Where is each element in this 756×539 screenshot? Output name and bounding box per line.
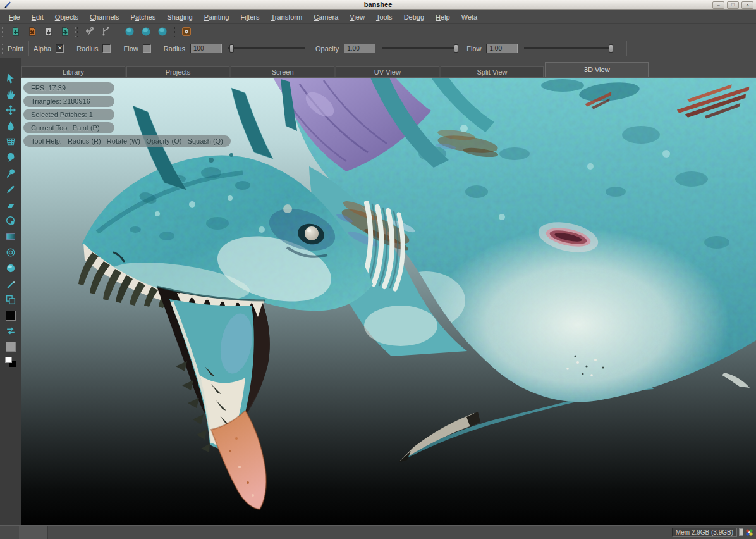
menu-camera[interactable]: Camera [308,11,344,23]
hud-fps: FPS: 17.39 [23,82,114,94]
pan-tool-icon[interactable] [3,87,18,102]
view-tab-bar: LibraryProjectsScreenUV ViewSplit View3D… [21,58,650,77]
maximize-button[interactable]: □ [727,1,739,9]
flow-field[interactable]: 1.00 [486,44,518,53]
separator [626,41,627,56]
paint-brush-tool-icon[interactable] [3,182,18,197]
warp-grid-tool-icon[interactable] [3,134,18,149]
menu-file[interactable]: File [3,11,26,23]
shading-sphere-basic-icon[interactable] [140,26,152,37]
radius-slider[interactable] [228,47,305,49]
close-button[interactable]: × [741,1,753,9]
main-toolbar [0,24,756,39]
viewport-hud: FPS: 17.39Triangles: 2180916Selected Pat… [23,82,231,149]
flow-checkbox[interactable] [143,44,151,53]
close-project-icon[interactable] [27,26,38,37]
toolbar-grip[interactable] [2,27,4,37]
blur-tool-icon[interactable] [3,118,18,133]
window-titlebar[interactable]: banshee –□× [0,0,756,10]
copy-patch-tool-icon[interactable] [3,292,18,307]
hud-current-tool: Current Tool: Paint (P) [23,122,114,133]
menu-help[interactable]: Help [430,11,456,23]
sphere-brush-tool-icon[interactable] [3,261,18,276]
separator [28,41,29,56]
flow-slider-handle[interactable] [609,44,613,53]
menu-patches[interactable]: Patches [125,11,162,23]
menu-shading[interactable]: Shading [161,11,198,23]
opacity-slider[interactable] [382,47,456,49]
export-project-icon[interactable] [59,26,71,37]
tab-library[interactable]: Library [21,66,125,77]
menu-weta[interactable]: Weta [456,11,483,23]
radius-checkbox[interactable] [102,44,111,53]
menu-painting[interactable]: Painting [198,11,235,23]
background-color-swatch[interactable] [6,342,16,352]
lighting-mode-icon[interactable] [181,26,192,37]
toolbar-grip[interactable] [116,27,118,37]
menu-bar: FileEditObjectsChannelsPatchesShadingPai… [0,11,756,24]
radius-slider-label: Radius [164,45,185,53]
shading-sphere-flat-icon[interactable] [124,26,135,37]
radius-field[interactable]: 100 [190,44,222,53]
save-project-icon[interactable] [43,26,54,37]
tab-3d-view[interactable]: 3D View [545,62,649,77]
new-project-icon[interactable] [10,26,21,37]
viewport-3d[interactable]: FPS: 17.39Triangles: 2180916Selected Pat… [21,77,756,525]
window-controls: –□× [712,1,753,9]
status-grip [739,528,743,536]
hud-selected-patches: Selected Patches: 1 [23,109,114,120]
alpha-checkbox[interactable]: ✕ [56,44,64,53]
flow-slider-label: Flow [466,45,481,53]
memory-usage: Mem 2.9GB (3.9GB) [672,528,737,537]
flow-slider[interactable] [524,47,611,49]
radius-checkbox-label: Radius [76,45,98,53]
paint-properties-bar: Paint Alpha✕RadiusFlow Radius100Opacity1… [0,39,756,58]
menu-tools[interactable]: Tools [370,11,398,23]
opacity-slider-label: Opacity [315,45,339,53]
minimize-button[interactable]: – [712,1,724,9]
status-bar: Mem 2.9GB (3.9GB) [0,525,756,539]
pin-tool-icon[interactable] [3,166,18,181]
hud-triangles: Triangles: 2180916 [23,96,114,107]
radius-slider-handle[interactable] [229,44,234,53]
menu-channels[interactable]: Channels [84,11,125,23]
paint-patch-tool-icon[interactable] [3,150,18,165]
menu-transform[interactable]: Transform [265,11,308,23]
active-tool-label: Paint [8,45,23,53]
clone-stamp-tool-icon[interactable] [3,213,18,228]
tab-split-view[interactable]: Split View [441,66,544,77]
menu-debug[interactable]: Debug [398,11,430,23]
gradient-tool-icon[interactable] [3,229,18,244]
opacity-slider-handle[interactable] [454,44,458,53]
tab-uv-view[interactable]: UV View [336,66,439,77]
move-tool-icon[interactable] [3,102,18,118]
mirror-projection-icon[interactable] [83,26,95,37]
window-title: banshee [0,0,756,9]
pen-tool-icon[interactable] [3,276,18,292]
smudge-tool-icon[interactable] [3,245,18,260]
toolbar-grip[interactable] [173,27,175,37]
foreground-color-swatch[interactable] [6,311,16,321]
status-left-box [19,526,48,539]
rgb-indicator-icon[interactable] [745,528,753,536]
toolbar-grip[interactable] [75,27,78,37]
hud-tool-help: Tool Help: Radius (R) Rotate (W) Opacity… [23,135,231,147]
swap-colors-button[interactable] [3,323,18,338]
eraser-tool-icon[interactable] [3,197,18,213]
tab-projects[interactable]: Projects [126,66,230,77]
flow-checkbox-label: Flow [123,45,138,53]
node-graph-icon[interactable] [100,26,111,37]
select-tool-icon[interactable] [3,71,18,86]
menu-objects[interactable]: Objects [49,11,84,23]
default-colors-swatch[interactable] [5,357,16,367]
toolbar-grip[interactable] [2,44,4,54]
tab-screen[interactable]: Screen [231,66,334,77]
menu-view[interactable]: View [344,11,370,23]
shading-sphere-full-icon[interactable] [157,26,168,37]
alpha-checkbox-label: Alpha [34,45,51,53]
menu-edit[interactable]: Edit [26,11,49,23]
opacity-field[interactable]: 1.00 [344,44,375,53]
tool-palette [0,58,21,525]
menu-filters[interactable]: Filters [235,11,265,23]
